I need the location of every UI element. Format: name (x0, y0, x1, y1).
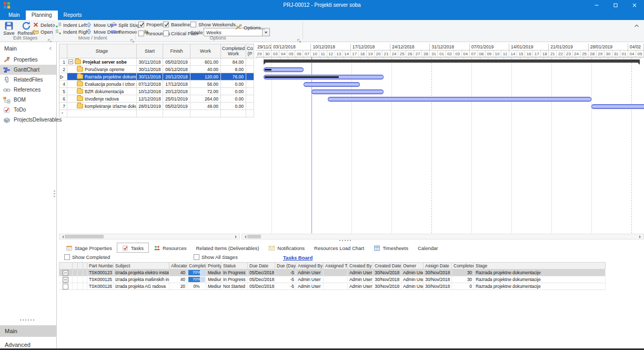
scrollbar-thumb[interactable] (65, 235, 104, 238)
column-header-assigned-by[interactable]: Assigned By (296, 262, 324, 269)
stage-row-6[interactable]: 6Izvođenje radova12/12/201825/01/2019264… (59, 95, 254, 103)
column-header-due-date[interactable]: Due Date (248, 262, 275, 269)
close-button[interactable] (625, 0, 644, 11)
tab-resources[interactable]: Resources (149, 244, 191, 253)
column-header-part-number[interactable]: Part Number (87, 262, 114, 269)
column-header-work[interactable]: Work (190, 44, 221, 58)
indeterminate-checkbox-icon[interactable] (63, 277, 68, 283)
column-header-indicator[interactable] (59, 44, 67, 58)
week-gridline (391, 57, 392, 233)
task-bar[interactable] (304, 82, 359, 87)
scroll-left-icon[interactable] (61, 235, 64, 238)
column-header-stage[interactable]: Stage (67, 44, 137, 58)
column-header-due-days[interactable]: Due (Days) (275, 262, 296, 269)
day-header-cell: 04 (279, 51, 287, 57)
column-header-created-by[interactable]: Created By (348, 262, 373, 269)
gantt-horizontal-scrollbar[interactable] (242, 234, 644, 239)
column-header-co-p[interactable]: Co (P (246, 44, 254, 58)
scroll-left-icon[interactable] (243, 235, 246, 238)
sidebar-item-properties[interactable]: Properties (0, 55, 56, 65)
ribbon-tab-reports[interactable]: Reports (58, 11, 88, 20)
sidebar-item-bom[interactable]: BOM (0, 95, 56, 105)
grid-horizontal-scrollbar[interactable] (59, 234, 240, 239)
indent-right-button[interactable]: Indent Right (55, 28, 90, 35)
task-bar[interactable] (311, 89, 384, 94)
tab-notifications[interactable]: Notifications (264, 244, 309, 253)
sidebar-item-ganttchart[interactable]: GanttChart (0, 65, 56, 75)
task-bar[interactable] (264, 75, 384, 79)
task-row-tsk000123[interactable]: TSK000123izrada projekta elektro instala… (59, 269, 606, 276)
sidebar-item-todo[interactable]: ToDo (0, 105, 56, 115)
column-header-completed-work[interactable]: Completed Work (221, 44, 246, 58)
sidebar-item-references[interactable]: References (0, 85, 56, 95)
indent-left-button[interactable]: Indent Left (55, 22, 87, 28)
column-header-allocated[interactable]: Allocated (169, 262, 187, 269)
tab-calendar[interactable]: Calendar (413, 244, 443, 253)
tab-tasks[interactable]: Tasks (117, 243, 149, 253)
scroll-right-icon[interactable] (235, 235, 238, 238)
sidebar-item-projectsdeliverables[interactable]: ProjectsDeliverables (0, 115, 56, 125)
minimize-button[interactable] (587, 0, 606, 11)
scroll-right-icon[interactable] (639, 235, 642, 238)
task-bar[interactable] (591, 104, 644, 109)
tab-related-items-deliverables[interactable]: Related Items (Deliverables) (191, 244, 264, 253)
stage-row-7[interactable]: 7kompletiranje izlazne doku...28/01/2019… (59, 103, 254, 110)
sidebar-group-main[interactable]: Main (0, 325, 57, 337)
stage-row-2[interactable]: 2Poručivanje opreme30/11/201806/12/20184… (59, 66, 254, 73)
task-row-tsk000126[interactable]: TSK000126izrada projekta AG radova200%Me… (59, 283, 606, 290)
ribbon-tab-main[interactable]: Main (3, 11, 26, 20)
unchecked-checkbox-icon[interactable] (63, 284, 68, 289)
delete-button[interactable]: Delete (33, 22, 55, 28)
tab-resources-load-chart[interactable]: Resources Load Chart (309, 244, 369, 253)
dialog-launcher-icon[interactable] (130, 36, 135, 41)
show-weekends-checkbox[interactable]: Show Weekends (190, 21, 236, 27)
task-bar[interactable] (328, 97, 592, 102)
ribbon-collapse-icon[interactable] (633, 22, 640, 28)
stage-row-1[interactable]: 1Projekat server sobe30/11/201805/02/201… (59, 58, 254, 66)
column-header-complete[interactable]: Complete (187, 262, 206, 269)
sidebar-resize-grip[interactable] (54, 191, 55, 197)
show-completed-checkbox[interactable]: Show Completed (64, 254, 110, 260)
stage-row-3[interactable]: Razrada projektne dokume...30/11/201820/… (59, 73, 254, 81)
sidebar-item-relatedfiles[interactable]: RelatedFiles (0, 75, 56, 85)
tab-timesheets[interactable]: Timesheets (369, 244, 413, 253)
task-bar[interactable] (264, 67, 304, 72)
open-button[interactable]: Open (33, 28, 53, 35)
split-stage-button[interactable]: Split Stage (110, 22, 143, 28)
summary-bar[interactable] (264, 59, 639, 63)
indeterminate-checkbox-icon[interactable] (63, 270, 68, 276)
options-button[interactable]: Options... (235, 24, 265, 31)
task-select-cell[interactable] (59, 276, 73, 283)
ribbon-tab-planning[interactable]: Planning (26, 11, 58, 20)
task-select-cell[interactable] (59, 269, 73, 276)
sidebar-item-label: Properties (14, 57, 38, 63)
stage-row-4[interactable]: 4Evaluacija ponuda I izbor p...07/12/201… (59, 81, 254, 88)
stage-row-5[interactable]: 5BZR dokumentacija10/12/201820/12/201872… (59, 88, 254, 95)
column-header-stage[interactable]: Stage (474, 262, 606, 269)
column-header-finish[interactable]: Finish (163, 44, 190, 58)
maximize-button[interactable] (606, 0, 625, 11)
column-header-completed[interactable]: Completed (452, 262, 474, 269)
dialog-launcher-icon[interactable] (47, 36, 52, 41)
scrollbar-thumb[interactable] (247, 235, 261, 238)
column-header-priority[interactable]: Priority (206, 262, 222, 269)
column-header-owner[interactable]: Owner (401, 262, 424, 269)
dialog-launcher-icon[interactable] (297, 36, 301, 41)
task-row-tsk000125[interactable]: TSK000125izrada projekta mašinskih insta… (59, 276, 606, 283)
column-header-start[interactable]: Start (137, 44, 163, 58)
task-select-cell[interactable] (59, 283, 73, 290)
move-up-button[interactable]: Move Up (86, 22, 114, 28)
sidebar-splitter-grip[interactable] (20, 319, 34, 321)
column-header-assigned-to[interactable]: Assigned To (324, 262, 348, 269)
column-header-created-date[interactable]: Created Date (373, 262, 401, 269)
tab-stage-properties[interactable]: Stage Properties (61, 244, 117, 253)
tasks-board-link[interactable]: Tasks Board (283, 255, 313, 261)
pane-splitter-grip[interactable] (339, 240, 351, 241)
collapse-expander-icon[interactable] (68, 59, 73, 64)
column-header-subject[interactable]: Subject (114, 262, 169, 269)
chevron-left-icon[interactable] (48, 46, 53, 51)
show-all-stages-checkbox[interactable]: Show All Stages (194, 254, 238, 260)
column-header-status[interactable]: Status (222, 262, 248, 269)
column-header-assign-date[interactable]: Assign Date (424, 262, 452, 269)
new-stage-row[interactable]: * (59, 110, 254, 117)
